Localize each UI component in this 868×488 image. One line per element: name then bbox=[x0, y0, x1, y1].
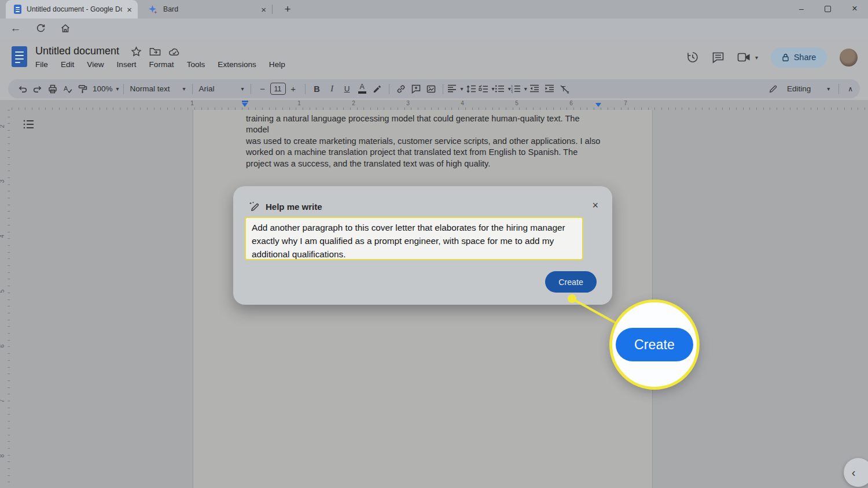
checklist-select[interactable]: ▾ bbox=[479, 84, 495, 93]
ruler-number: 1 bbox=[190, 100, 194, 106]
ruler-number: 7 bbox=[624, 100, 627, 106]
prompt-line: exactly why I am qualified as a prompt e… bbox=[252, 234, 576, 247]
browser-nav-bar: ← https://docs.google.com/document/d/1nN… bbox=[0, 19, 868, 38]
ruler-number: 4 bbox=[0, 235, 5, 238]
hide-menus-icon[interactable]: ∧ bbox=[848, 85, 853, 93]
underline-icon[interactable]: U bbox=[340, 82, 355, 97]
bulleted-list-select[interactable]: ▾ bbox=[495, 84, 511, 93]
ruler-number: 7 bbox=[0, 400, 5, 403]
ruler-number: 3 bbox=[406, 100, 410, 106]
google-docs-app-icon[interactable] bbox=[12, 46, 27, 67]
increase-indent-icon[interactable] bbox=[542, 82, 557, 97]
menu-view[interactable]: View bbox=[87, 60, 104, 69]
show-side-panel-button[interactable]: ‹ bbox=[844, 458, 868, 487]
ruler-number: 8 bbox=[0, 454, 5, 458]
left-indent-marker[interactable] bbox=[242, 103, 248, 107]
ruler-number: 4 bbox=[461, 100, 464, 106]
editing-mode-select[interactable]: Editing ▾ bbox=[768, 84, 830, 94]
paragraph-line: training a natural language processing m… bbox=[246, 113, 605, 136]
insert-link-icon[interactable] bbox=[393, 82, 409, 97]
decrease-font-icon[interactable]: − bbox=[255, 82, 270, 97]
move-folder-icon[interactable] bbox=[149, 47, 161, 57]
chevron-down-icon: ▾ bbox=[183, 86, 186, 92]
star-icon[interactable] bbox=[131, 46, 142, 57]
paragraph-line: project was a success, and the translate… bbox=[246, 158, 605, 169]
chevron-left-icon: ‹ bbox=[852, 466, 856, 479]
home-icon[interactable] bbox=[58, 21, 73, 36]
svg-text:A: A bbox=[64, 85, 68, 92]
magic-pencil-icon bbox=[249, 201, 259, 212]
document-paragraph[interactable]: training a natural language processing m… bbox=[246, 113, 605, 169]
menu-help[interactable]: Help bbox=[269, 60, 285, 69]
document-outline-icon[interactable] bbox=[23, 119, 35, 131]
menu-tools[interactable]: Tools bbox=[187, 60, 205, 69]
insert-image-icon[interactable] bbox=[424, 82, 439, 97]
text-color-icon[interactable]: A bbox=[355, 82, 370, 97]
close-window-button[interactable]: × bbox=[841, 0, 868, 19]
line-spacing-icon[interactable] bbox=[464, 82, 479, 97]
right-indent-marker[interactable] bbox=[595, 103, 601, 107]
screenshot-root: Untitled document - Google Doc × Bard × … bbox=[0, 0, 868, 488]
menu-insert[interactable]: Insert bbox=[117, 60, 137, 69]
numbered-list-select[interactable]: 123▾ bbox=[511, 84, 527, 93]
paint-format-icon[interactable] bbox=[75, 82, 90, 97]
document-title[interactable]: Untitled document bbox=[35, 45, 119, 57]
italic-icon[interactable]: I bbox=[325, 82, 340, 97]
menu-bar: File Edit View Insert Format Tools Exten… bbox=[35, 60, 285, 69]
tab-close-icon[interactable]: × bbox=[127, 5, 132, 14]
minimize-button[interactable]: – bbox=[788, 0, 815, 19]
spellcheck-icon[interactable]: A bbox=[60, 82, 75, 97]
increase-font-icon[interactable]: + bbox=[286, 82, 301, 97]
font-size-input[interactable]: 11 bbox=[270, 83, 286, 95]
maximize-button[interactable] bbox=[815, 0, 841, 19]
prompt-line: additional qualifications. bbox=[252, 247, 576, 261]
chevron-down-icon: ▾ bbox=[827, 86, 830, 92]
tab-close-icon[interactable]: × bbox=[261, 5, 266, 14]
ruler-number: 6 bbox=[0, 345, 5, 348]
tab-bard[interactable]: Bard × bbox=[140, 0, 272, 19]
undo-icon[interactable] bbox=[15, 82, 30, 97]
font-select[interactable]: Arial▾ bbox=[197, 84, 247, 93]
dialog-close-icon[interactable]: × bbox=[592, 199, 598, 212]
dialog-title: Help me write bbox=[266, 202, 322, 212]
cloud-status-icon[interactable] bbox=[168, 47, 181, 57]
add-comment-icon[interactable] bbox=[409, 82, 424, 97]
clear-formatting-icon[interactable]: T bbox=[557, 82, 572, 97]
horizontal-ruler[interactable]: 1 1 2 3 4 5 6 7 bbox=[12, 100, 868, 110]
new-tab-button[interactable]: + bbox=[279, 1, 296, 17]
ruler-number: 6 bbox=[569, 100, 573, 106]
menu-edit[interactable]: Edit bbox=[61, 60, 74, 69]
version-history-icon[interactable] bbox=[686, 51, 699, 64]
chevron-down-icon: ▾ bbox=[116, 86, 119, 92]
highlight-icon[interactable] bbox=[370, 82, 385, 97]
create-button[interactable]: Create bbox=[545, 271, 597, 293]
share-button[interactable]: Share bbox=[771, 47, 827, 68]
lock-icon bbox=[782, 53, 789, 62]
callout-anchor-dot bbox=[568, 294, 576, 303]
menu-extensions[interactable]: Extensions bbox=[218, 60, 256, 69]
decrease-indent-icon[interactable] bbox=[527, 82, 542, 97]
redo-icon[interactable] bbox=[30, 82, 45, 97]
paragraph-style-select[interactable]: Normal text▾ bbox=[128, 84, 188, 93]
menu-format[interactable]: Format bbox=[149, 60, 174, 69]
comments-icon[interactable] bbox=[712, 51, 724, 64]
prompt-textarea[interactable]: Add another paragraph to this cover lett… bbox=[245, 217, 583, 260]
back-icon[interactable]: ← bbox=[8, 21, 23, 36]
zoom-select[interactable]: 100%▾ bbox=[93, 84, 119, 93]
refresh-icon[interactable] bbox=[33, 21, 48, 36]
tab-google-docs[interactable]: Untitled document - Google Doc × bbox=[6, 0, 138, 19]
meet-button[interactable]: ▾ bbox=[737, 52, 758, 62]
vertical-ruler[interactable]: 2 3 4 5 6 7 8 bbox=[2, 110, 10, 488]
ruler-number: 2 bbox=[352, 100, 355, 106]
chevron-down-icon: ▾ bbox=[755, 54, 758, 61]
menu-file[interactable]: File bbox=[35, 60, 48, 69]
bold-icon[interactable]: B bbox=[310, 82, 325, 97]
window-controls: – × bbox=[788, 0, 868, 19]
callout-magnifier-circle: Create bbox=[609, 300, 700, 390]
first-line-indent-marker[interactable] bbox=[242, 101, 248, 102]
align-select[interactable]: ▾ bbox=[447, 84, 464, 93]
account-avatar[interactable] bbox=[840, 49, 858, 66]
pencil-icon bbox=[768, 84, 778, 94]
google-docs-favicon bbox=[14, 5, 21, 14]
print-icon[interactable] bbox=[45, 82, 60, 97]
